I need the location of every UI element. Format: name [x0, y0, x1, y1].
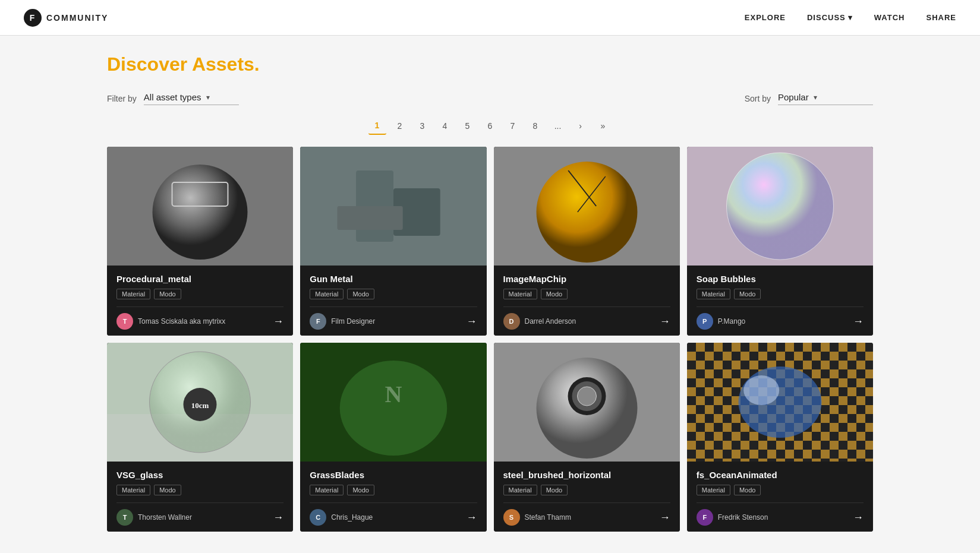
author-avatar: S	[503, 509, 520, 526]
asset-card[interactable]: VSG_glass MaterialModo T Thorsten Wallne…	[107, 343, 293, 532]
asset-author: S Stefan Thamm →	[503, 503, 670, 526]
asset-tags: MaterialModo	[697, 289, 864, 299]
nav-watch[interactable]: WATCH	[874, 13, 905, 22]
asset-thumbnail	[494, 343, 680, 462]
page-btn-2[interactable]: 2	[391, 117, 409, 135]
nav-explore[interactable]: EXPLORE	[745, 13, 786, 22]
view-asset-button[interactable]: →	[853, 511, 864, 524]
asset-grid: Procedural_metal MaterialModo T Tomas Sc…	[107, 147, 873, 532]
view-asset-button[interactable]: →	[467, 315, 477, 328]
author-info: T Tomas Sciskala aka mytrixx	[116, 313, 225, 330]
view-asset-button[interactable]: →	[273, 315, 283, 328]
filter-select[interactable]: All asset types ▾	[144, 92, 239, 105]
author-name: Chris_Hague	[331, 513, 373, 522]
asset-author: T Thorsten Wallner →	[116, 503, 283, 526]
asset-name: Gun Metal	[310, 274, 477, 284]
view-asset-button[interactable]: →	[660, 511, 670, 524]
asset-thumbnail	[107, 343, 293, 462]
asset-name: fs_OceanAnimated	[697, 470, 864, 480]
asset-tag: Modo	[541, 485, 568, 495]
asset-card[interactable]: steel_brushed_horizontal MaterialModo S …	[494, 343, 680, 532]
page-btn-last[interactable]: »	[594, 117, 612, 135]
asset-author: F Film Designer →	[310, 306, 477, 330]
logo-icon: F	[24, 9, 42, 27]
view-asset-button[interactable]: →	[467, 511, 477, 524]
asset-info: ImageMapChip MaterialModo D Darrel Ander…	[494, 266, 680, 336]
page-title: Discover Assets.	[107, 53, 873, 75]
page-btn-4[interactable]: 4	[436, 117, 454, 135]
nav-share[interactable]: SHARE	[926, 13, 956, 22]
asset-info: Procedural_metal MaterialModo T Tomas Sc…	[107, 266, 293, 336]
page-content: Discover Assets. Filter by All asset typ…	[0, 36, 980, 553]
asset-tag: Material	[697, 485, 730, 495]
page-btn-7[interactable]: 7	[504, 117, 522, 135]
view-asset-button[interactable]: →	[853, 315, 864, 328]
asset-thumbnail	[107, 147, 293, 266]
header: F COMMUNITY EXPLORE DISCUSS ▾ WATCH SHAR…	[0, 0, 980, 36]
author-info: T Thorsten Wallner	[116, 509, 192, 526]
author-info: F Fredrik Stenson	[697, 509, 768, 526]
view-asset-button[interactable]: →	[660, 315, 670, 328]
author-avatar: F	[697, 509, 713, 526]
page-btn-6[interactable]: 6	[481, 117, 499, 135]
page-btn-next[interactable]: ›	[572, 117, 590, 135]
asset-tag: Material	[116, 289, 150, 299]
pagination: 1 2 3 4 5 6 7 8 ... › »	[107, 117, 873, 135]
asset-author: T Tomas Sciskala aka mytrixx →	[116, 306, 283, 330]
filter-group: Filter by All asset types ▾	[107, 92, 239, 105]
author-name: Stefan Thamm	[525, 513, 571, 522]
page-btn-8[interactable]: 8	[527, 117, 544, 135]
asset-tag: Material	[697, 289, 730, 299]
asset-tag: Material	[310, 485, 344, 495]
page-btn-1[interactable]: 1	[368, 117, 386, 135]
asset-tags: MaterialModo	[697, 485, 864, 495]
asset-card[interactable]: Gun Metal MaterialModo F Film Designer →	[300, 147, 486, 336]
asset-card[interactable]: fs_OceanAnimated MaterialModo F Fredrik …	[687, 343, 873, 532]
asset-tag: Modo	[154, 485, 181, 495]
author-name: Thorsten Wallner	[138, 513, 192, 522]
logo[interactable]: F COMMUNITY	[24, 9, 108, 27]
sort-group: Sort by Popular ▾	[745, 92, 873, 105]
author-info: F Film Designer	[310, 313, 375, 330]
author-avatar: F	[310, 313, 326, 330]
author-avatar: D	[503, 313, 520, 330]
nav-discuss[interactable]: DISCUSS ▾	[807, 13, 853, 22]
author-avatar: T	[116, 509, 133, 526]
asset-card[interactable]: Procedural_metal MaterialModo T Tomas Sc…	[107, 147, 293, 336]
asset-info: steel_brushed_horizontal MaterialModo S …	[494, 462, 680, 532]
author-info: S Stefan Thamm	[503, 509, 571, 526]
author-avatar: C	[310, 509, 326, 526]
author-info: D Darrel Anderson	[503, 313, 576, 330]
page-btn-5[interactable]: 5	[459, 117, 477, 135]
asset-tag: Modo	[347, 289, 374, 299]
main-nav: EXPLORE DISCUSS ▾ WATCH SHARE	[745, 13, 956, 22]
asset-tag: Modo	[347, 485, 374, 495]
asset-thumbnail	[300, 343, 486, 462]
asset-tag: Modo	[541, 289, 568, 299]
asset-info: VSG_glass MaterialModo T Thorsten Wallne…	[107, 462, 293, 532]
asset-info: Gun Metal MaterialModo F Film Designer →	[300, 266, 486, 336]
asset-tag: Material	[310, 289, 344, 299]
sort-select[interactable]: Popular ▾	[778, 92, 873, 105]
asset-name: VSG_glass	[116, 470, 283, 480]
author-name: Film Designer	[331, 317, 375, 326]
filter-label: Filter by	[107, 94, 137, 103]
asset-card[interactable]: ImageMapChip MaterialModo D Darrel Ander…	[494, 147, 680, 336]
asset-thumbnail	[687, 343, 873, 462]
asset-tag: Material	[503, 485, 537, 495]
asset-name: Soap Bubbles	[697, 274, 864, 284]
asset-tags: MaterialModo	[310, 485, 477, 495]
asset-author: C Chris_Hague →	[310, 503, 477, 526]
view-asset-button[interactable]: →	[273, 511, 283, 524]
page-btn-3[interactable]: 3	[414, 117, 431, 135]
asset-tags: MaterialModo	[116, 485, 283, 495]
discuss-chevron-icon: ▾	[848, 13, 853, 22]
asset-name: ImageMapChip	[503, 274, 670, 284]
sort-chevron-icon: ▾	[814, 93, 817, 102]
asset-tag: Material	[116, 485, 150, 495]
author-info: P P.Mango	[697, 313, 745, 330]
asset-tag: Modo	[154, 289, 181, 299]
asset-card[interactable]: Soap Bubbles MaterialModo P P.Mango →	[687, 147, 873, 336]
asset-card[interactable]: GrassBlades MaterialModo C Chris_Hague →	[300, 343, 486, 532]
author-avatar: P	[697, 313, 713, 330]
